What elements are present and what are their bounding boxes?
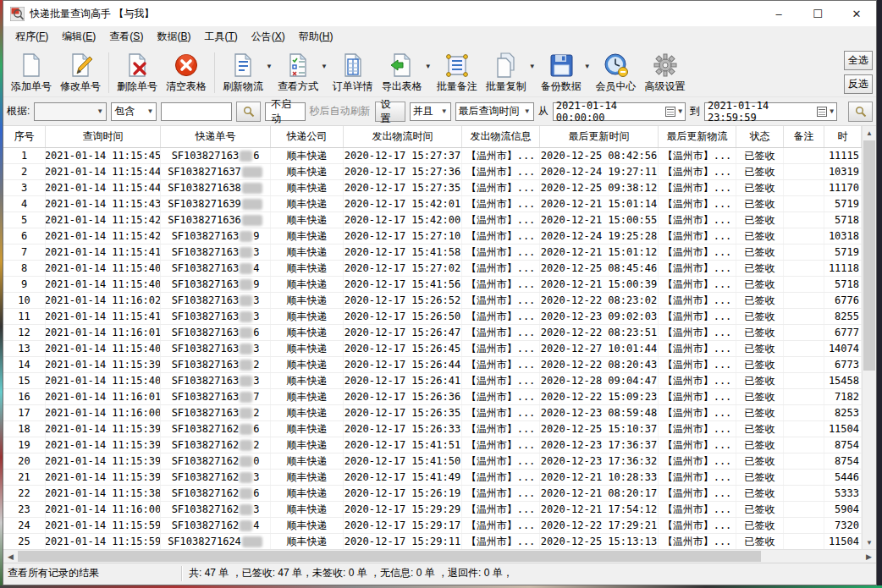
table-row[interactable]: 252021-01-14 11:15:59SF1038271624顺丰快递202… (3, 534, 876, 550)
toolbar-button-8[interactable]: 批量备注 (433, 50, 482, 96)
date-from-picker[interactable]: 2021-01-14 00:00:00 ▼ (553, 102, 686, 121)
horizontal-scroll-thumb[interactable] (18, 551, 761, 562)
column-header-qtime[interactable]: 查询时间 (46, 126, 161, 147)
chevron-down-icon: ▼ (438, 107, 448, 115)
table-row[interactable]: 92021-01-14 11:15:40SF1038271639顺丰快递2020… (3, 277, 876, 293)
table-row[interactable]: 172021-01-14 11:16:00SF1038271632顺丰快递202… (3, 405, 876, 421)
filter-keyword-input[interactable] (161, 102, 232, 121)
toolbar-button-11[interactable]: 会员中心 (592, 50, 641, 96)
column-header-company[interactable]: 快递公司 (271, 126, 344, 147)
horizontal-scrollbar[interactable]: ◀ ▶ (3, 549, 876, 563)
table-row[interactable]: 132021-01-14 11:15:40SF1038271633顺丰快递202… (3, 341, 876, 357)
column-header-remark[interactable]: 备注 (784, 126, 824, 147)
menu-item-0[interactable]: 程序(F) (8, 26, 55, 47)
cell-company: 顺丰快递 (271, 180, 344, 195)
window-controls: – ☐ ✕ (759, 1, 876, 26)
minimize-button[interactable]: – (759, 1, 798, 26)
close-button[interactable]: ✕ (837, 1, 876, 26)
toolbar-dropdown-icon[interactable]: ▼ (321, 63, 328, 70)
autorefresh-settings-button[interactable]: 设置 (375, 102, 405, 122)
table-row[interactable]: 192021-01-14 11:15:39SF1038271622顺丰快递202… (3, 437, 876, 453)
menu-item-1[interactable]: 编辑(E) (55, 26, 102, 47)
maximize-button[interactable]: ☐ (798, 1, 837, 26)
toolbar-button-5[interactable]: 查看方式 (273, 50, 322, 96)
table-row[interactable]: 142021-01-14 11:15:39SF1038271632顺丰快递202… (3, 357, 876, 373)
filter-search-button[interactable] (236, 102, 261, 122)
table-row[interactable]: 242021-01-14 11:15:59SF1038271624顺丰快递202… (3, 518, 876, 534)
table-row[interactable]: 222021-01-14 11:15:38SF1038271626顺丰快递202… (3, 486, 876, 502)
select-all-button[interactable]: 全选 (844, 51, 873, 70)
table-row[interactable]: 82021-01-14 11:15:40SF1038271634顺丰快递2020… (3, 261, 876, 277)
table-row[interactable]: 62021-01-14 11:15:42SF1038271639顺丰快递2020… (3, 228, 876, 245)
table-row[interactable]: 12021-01-14 11:15:45SF1038271636顺丰快递2020… (3, 148, 876, 164)
scroll-left-icon[interactable]: ◀ (3, 550, 18, 563)
toolbar-dropdown-icon[interactable]: ▼ (529, 63, 536, 70)
toolbar-button-12[interactable]: 高级设置 (641, 50, 690, 96)
table-row[interactable]: 52021-01-14 11:15:42SF1038271636顺丰快递2020… (3, 212, 876, 228)
toolbar-dropdown-icon[interactable]: ▼ (584, 63, 591, 70)
column-header-uinfo[interactable]: 最后更新物流 (659, 126, 736, 147)
cell-no: 4 (3, 196, 46, 212)
toolbar-button-0[interactable]: 添加单号 (7, 50, 56, 96)
toolbar-button-3[interactable]: 清空表格 (162, 50, 211, 96)
table-row[interactable]: 22021-01-14 11:15:44SF1038271637顺丰快递2020… (3, 164, 876, 180)
cell-dtime: 2020-12-17 15:27:37 (344, 148, 462, 163)
table-row[interactable]: 232021-01-14 11:16:00SF1038271623顺丰快递202… (3, 502, 876, 518)
toolbar-dropdown-icon[interactable]: ▼ (425, 63, 432, 70)
scroll-right-icon[interactable]: ▶ (862, 550, 876, 563)
search-icon (243, 106, 255, 118)
filter-field-select[interactable]: ▼ (34, 102, 107, 121)
time-field-select[interactable]: 最后查询时间▼ (455, 102, 534, 121)
table-row[interactable]: 72021-01-14 11:15:41SF1038271633顺丰快递2020… (3, 245, 876, 261)
invert-select-button[interactable]: 反选 (844, 74, 873, 94)
toolbar-button-7[interactable]: 导出表格 (378, 50, 427, 96)
column-header-utime[interactable]: 最后更新时间 (540, 126, 659, 147)
toolbar-dropdown-icon[interactable]: ▼ (266, 63, 273, 70)
censored-digits (240, 488, 252, 499)
column-header-dur[interactable]: 时 (824, 126, 862, 147)
table-row[interactable]: 182021-01-14 11:15:39SF1038271626顺丰快递202… (3, 421, 876, 437)
menu-item-5[interactable]: 公告(X) (245, 26, 292, 47)
table-row[interactable]: 202021-01-14 11:15:39SF1038271620顺丰快递202… (3, 453, 876, 470)
toolbar-button-6[interactable]: 订单详情 (328, 50, 378, 96)
menu-item-4[interactable]: 工具(T) (197, 26, 244, 47)
cell-dtime: 2020-12-17 15:29:11 (344, 534, 462, 549)
column-header-dtime[interactable]: 发出物流时间 (344, 126, 462, 147)
filter-match-select[interactable]: 包含▼ (111, 102, 157, 121)
toolbar-button-4[interactable]: 刷新物流 (218, 50, 267, 96)
column-header-tracking[interactable]: 快递单号 (161, 126, 271, 147)
vertical-scroll-thumb[interactable] (863, 140, 875, 371)
cell-qtime: 2021-01-14 11:15:38 (46, 486, 161, 501)
table-row[interactable]: 162021-01-14 11:16:01SF1038271637顺丰快递202… (3, 389, 876, 405)
cell-tracking: SF1038271633 (161, 293, 271, 308)
table-row[interactable]: 212021-01-14 11:15:39SF1038271623顺丰快递202… (3, 470, 876, 486)
toolbar-button-2[interactable]: 删除单号 (113, 50, 162, 96)
scroll-down-icon[interactable]: ▼ (863, 536, 876, 550)
column-header-dinfo[interactable]: 发出物流信息 (462, 126, 540, 147)
table-row[interactable]: 42021-01-14 11:15:43SF1038271639顺丰快递2020… (3, 196, 876, 212)
menu-item-6[interactable]: 帮助(H) (292, 26, 340, 47)
menu-item-2[interactable]: 查看(S) (102, 26, 150, 47)
table-row[interactable]: 152021-01-14 11:15:40SF1038271633顺丰快递202… (3, 373, 876, 389)
cell-dur: 5719 (824, 245, 862, 260)
time-search-button[interactable] (848, 102, 873, 122)
table-row[interactable]: 122021-01-14 11:16:01SF1038271636顺丰快递202… (3, 325, 876, 341)
menu-item-3[interactable]: 数据(B) (150, 26, 197, 47)
vertical-scrollbar[interactable]: ▲ ▼ (862, 126, 876, 550)
toolbar-button-9[interactable]: 批量复制 (482, 50, 531, 96)
cell-uinfo: 【温州市】... (659, 470, 736, 485)
column-header-no[interactable]: 序号 (3, 126, 46, 147)
column-header-status[interactable]: 状态 (736, 126, 784, 147)
cell-dtime: 2020-12-17 15:26:47 (344, 325, 462, 340)
cell-tracking: SF1038271633 (161, 245, 271, 260)
filter-and-select[interactable]: 并且▼ (410, 102, 451, 121)
scroll-up-icon[interactable]: ▲ (863, 126, 876, 140)
cell-dtime: 2020-12-17 15:41:51 (344, 437, 462, 453)
toolbar-button-10[interactable]: 备份数据 (537, 50, 586, 96)
table-row[interactable]: 102021-01-14 11:16:02SF1038271633顺丰快递202… (3, 293, 876, 309)
table-row[interactable]: 32021-01-14 11:15:44SF1038271638顺丰快递2020… (3, 180, 876, 196)
date-to-picker[interactable]: 2021-01-14 23:59:59 ▼ (704, 102, 837, 121)
table-row[interactable]: 112021-01-14 11:15:41SF1038271633顺丰快递202… (3, 309, 876, 325)
autorefresh-interval-box[interactable]: 不启动 (265, 102, 305, 121)
toolbar-button-1[interactable]: 修改单号 (56, 50, 105, 96)
